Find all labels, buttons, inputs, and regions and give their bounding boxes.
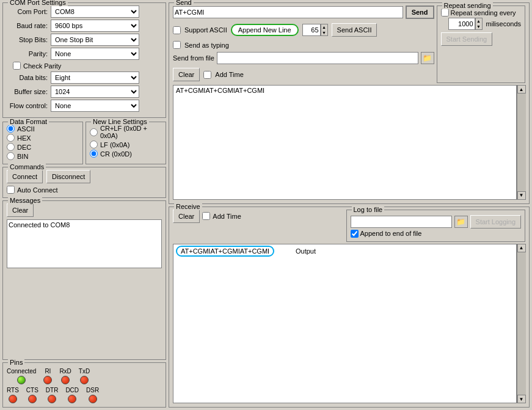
parity-label: Parity:: [7, 50, 51, 57]
hex-label: HEX: [17, 134, 31, 142]
repeat-interval-input[interactable]: [448, 18, 475, 30]
com-port-title: COM Port Settings: [8, 0, 68, 6]
pin-dtr: DTR: [46, 387, 59, 403]
dec-radio[interactable]: [7, 143, 15, 151]
size-input[interactable]: [302, 24, 321, 36]
send-scroll-track: [517, 93, 526, 191]
receive-clear-button[interactable]: Clear: [173, 210, 200, 223]
repeat-interval-spinner[interactable]: ▲ ▼: [475, 18, 483, 30]
receive-scroll-down[interactable]: ▼: [517, 395, 526, 403]
send-as-typing-label: Send as typing: [184, 42, 229, 49]
lf-radio[interactable]: [90, 141, 98, 148]
receive-scrollbar[interactable]: ▲ ▼: [517, 244, 525, 404]
cr-label: CR (0x0D): [100, 150, 132, 158]
baud-rate-label: Baud rate:: [7, 22, 51, 29]
data-bits-select[interactable]: Eight: [51, 71, 139, 84]
output-label: Output: [296, 247, 316, 255]
start-sending-button[interactable]: Start Sending: [441, 32, 493, 46]
commands-title: Commands: [8, 163, 46, 170]
append-new-line-button[interactable]: Append New Line: [231, 24, 299, 36]
buffer-size-label: Buffer size:: [7, 88, 51, 95]
receive-title: Receive: [174, 203, 202, 210]
support-ascii-checkbox[interactable]: [173, 26, 181, 34]
repeat-label: Repeat sending every: [451, 9, 516, 16]
start-logging-button[interactable]: Start Logging: [470, 215, 521, 229]
log-to-file-title: Log to file: [352, 206, 385, 213]
send-clear-button[interactable]: Clear: [173, 68, 200, 81]
size-spinner[interactable]: ▲ ▼: [321, 24, 328, 36]
send-button[interactable]: Send: [406, 5, 434, 19]
pin-rxd: RxD: [59, 368, 71, 384]
baud-rate-select[interactable]: 9600 bps: [51, 20, 139, 32]
messages-clear-button[interactable]: Clear: [7, 203, 34, 217]
flow-control-label: Flow control:: [7, 102, 51, 109]
crlf-radio[interactable]: [90, 128, 98, 136]
parity-select[interactable]: None: [51, 48, 139, 60]
pin-dsr: DSR: [86, 387, 99, 403]
pin-connected: Connected: [7, 368, 36, 384]
buffer-size-select[interactable]: 1024: [51, 86, 139, 98]
stop-bits-label: Stop Bits:: [7, 36, 51, 43]
send-add-time-label: Add Time: [215, 71, 243, 78]
auto-connect-checkbox[interactable]: [7, 186, 15, 194]
receive-scroll-track: [517, 252, 526, 395]
led-ri: [43, 376, 52, 384]
send-file-input[interactable]: [217, 52, 418, 64]
messages-content: Connected to COM8: [9, 221, 70, 229]
data-bits-label: Data bits:: [7, 74, 51, 81]
send-as-typing-checkbox[interactable]: [173, 41, 181, 49]
log-file-browse-button[interactable]: 📁: [454, 216, 468, 228]
send-scroll-down[interactable]: ▼: [517, 191, 526, 200]
send-scroll-up[interactable]: ▲: [517, 85, 526, 93]
pin-rts: RTS: [7, 387, 19, 403]
crlf-label: CR+LF (0x0D + 0x0A): [100, 125, 162, 139]
receive-content-area: AT+CGMIAT+CGMIAT+CGMI Output: [173, 244, 517, 404]
send-title: Send: [174, 0, 194, 6]
send-content-area: AT+CGMIAT+CGMIAT+CGMI Disable Append new…: [173, 85, 517, 200]
ms-label: miliseconds: [486, 20, 521, 27]
bin-label: BIN: [17, 153, 28, 160]
send-input[interactable]: [173, 6, 403, 18]
data-format-title: Data Format: [8, 118, 49, 125]
send-file-browse-button[interactable]: 📁: [421, 52, 434, 64]
dec-label: DEC: [17, 144, 31, 151]
led-txd: [80, 376, 89, 384]
receive-scroll-up[interactable]: ▲: [517, 244, 526, 252]
lf-label: LF (0x0A): [100, 141, 129, 148]
led-connected: [17, 376, 26, 384]
receive-add-time-label: Add Time: [213, 213, 241, 220]
log-file-input[interactable]: [351, 216, 452, 228]
pin-dcd: DCD: [65, 387, 79, 403]
newline-title: New Line Settings: [91, 118, 149, 125]
cr-radio[interactable]: [90, 150, 98, 158]
append-end-checkbox[interactable]: [351, 230, 359, 238]
com-port-select[interactable]: COM8: [51, 5, 139, 18]
hex-radio[interactable]: [7, 134, 15, 142]
send-ascii-button[interactable]: Send ASCII: [332, 23, 377, 37]
ascii-label: ASCII: [17, 125, 35, 133]
pin-txd: TxD: [79, 368, 90, 384]
check-parity-label: Check Parity: [23, 62, 61, 70]
messages-area: Connected to COM8: [7, 219, 162, 268]
send-add-time-checkbox[interactable]: [203, 71, 211, 79]
pin-cts: CTS: [26, 387, 38, 403]
receive-add-time-checkbox[interactable]: [202, 212, 210, 220]
send-from-file-label: Send from file: [173, 54, 214, 62]
send-scrollbar[interactable]: ▲ ▼: [517, 85, 525, 200]
auto-connect-label: Auto Connect: [17, 186, 58, 194]
led-dcd: [68, 395, 76, 403]
repeat-sending-title: Repeat sending: [442, 2, 493, 9]
pin-ri: RI: [43, 368, 52, 384]
led-cts: [28, 395, 37, 403]
messages-title: Messages: [8, 197, 42, 204]
append-end-label: Append to end of file: [360, 230, 422, 237]
bin-radio[interactable]: [7, 152, 15, 160]
disconnect-button[interactable]: Disconnect: [46, 170, 90, 183]
stop-bits-select[interactable]: One Stop Bit: [51, 34, 139, 46]
check-parity-checkbox[interactable]: [13, 62, 21, 70]
repeat-checkbox[interactable]: [441, 9, 449, 16]
ascii-radio[interactable]: [7, 125, 15, 133]
flow-control-select[interactable]: None: [51, 100, 139, 112]
led-rxd: [61, 376, 70, 384]
connect-button[interactable]: Connect: [7, 170, 43, 183]
